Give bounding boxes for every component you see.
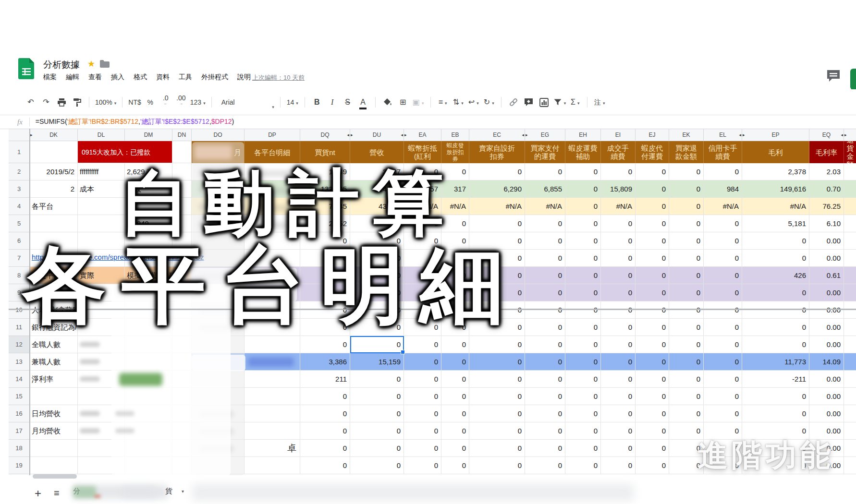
cell-EP-10[interactable]: 0 <box>742 301 809 319</box>
cell-EJ-11[interactable]: 0 <box>636 319 669 336</box>
cell-ER-2[interactable] <box>844 163 856 180</box>
cell-EP-16[interactable]: 0 <box>742 405 809 422</box>
cell-EG-4[interactable]: #N/A <box>525 198 565 215</box>
cell-EL-3[interactable]: 984 <box>704 180 742 198</box>
header-cell-DQ[interactable]: 買貨nt <box>300 141 350 163</box>
cell-EC-17[interactable]: 0 <box>469 422 525 440</box>
sheet-tab-arrow-icon[interactable]: ▾ <box>182 489 184 494</box>
row-header[interactable]: 17 <box>9 422 30 440</box>
cell-EH-2[interactable]: 0 <box>565 163 601 180</box>
row-header[interactable]: 15 <box>9 388 30 405</box>
percent-format-button[interactable]: % <box>144 95 157 109</box>
header-cell-DU[interactable]: 營收 <box>350 141 404 163</box>
cell-EC-13[interactable]: 0 <box>469 353 525 371</box>
cell-EQ-6[interactable]: 0.00 <box>809 232 844 250</box>
menu-item-0[interactable]: 檔案 <box>43 73 57 82</box>
cell-EH-11[interactable]: 0 <box>565 319 601 336</box>
header-cell-ER[interactable]: 退貨金額 <box>844 141 856 163</box>
cell-EQ-15[interactable]: 0.00 <box>809 388 844 405</box>
cell-EH-13[interactable]: 0 <box>565 353 601 371</box>
all-sheets-menu-button[interactable]: ≡ <box>54 488 60 499</box>
bold-button[interactable]: B <box>311 95 323 109</box>
cell-EP-6[interactable]: 0 <box>742 232 809 250</box>
cell-DP-16[interactable] <box>245 405 300 422</box>
cell-EJ-16[interactable]: 0 <box>636 405 669 422</box>
cell-EP-5[interactable]: 5,181 <box>742 215 809 232</box>
menu-item-5[interactable]: 資料 <box>156 73 170 82</box>
active-cell-selection[interactable] <box>350 336 404 353</box>
cell-EH-18[interactable]: 0 <box>565 440 601 457</box>
sheet-tab[interactable]: 分 <box>73 487 80 496</box>
cell-EP-4[interactable]: #N/A <box>742 198 809 215</box>
cell-EH-9[interactable]: 0 <box>565 284 601 301</box>
cell-EC-4[interactable]: #N/A <box>469 198 525 215</box>
cell-EQ-11[interactable]: 0.00 <box>809 319 844 336</box>
font-select[interactable]: Arial▾ <box>218 95 274 109</box>
cell-EI-12[interactable]: 0 <box>601 336 636 353</box>
cell-DU-13[interactable]: 15,159 <box>350 353 404 371</box>
header-cell-EC[interactable]: 賣家自設折扣券 <box>469 141 525 163</box>
cell-DU-15[interactable]: 0 <box>350 388 404 405</box>
cell-DP-19[interactable] <box>245 457 300 474</box>
redo-button[interactable]: ↷ <box>40 95 52 109</box>
cell-EK-6[interactable]: 0 <box>669 232 704 250</box>
cell-EL-14[interactable]: 0 <box>704 371 742 388</box>
cell-EL-10[interactable]: 0 <box>704 301 742 319</box>
cell-EI-5[interactable]: 0 <box>601 215 636 232</box>
cell-EH-14[interactable]: 0 <box>565 371 601 388</box>
add-sheet-button[interactable]: + <box>35 487 41 500</box>
cell-EG-19[interactable]: 0 <box>525 457 565 474</box>
cell-EL-16[interactable]: 0 <box>704 405 742 422</box>
cell-EG-16[interactable]: 0 <box>525 405 565 422</box>
star-icon[interactable]: ★ <box>87 59 95 69</box>
cell-EG-9[interactable]: 0 <box>525 284 565 301</box>
cell-EJ-7[interactable]: 0 <box>636 250 669 267</box>
cell-DP-12[interactable] <box>245 336 300 353</box>
row-header[interactable]: 12 <box>9 336 30 353</box>
cell-EJ-12[interactable]: 0 <box>636 336 669 353</box>
cell-DQ-12[interactable]: 0 <box>300 336 350 353</box>
cell-DQ-16[interactable]: 0 <box>300 405 350 422</box>
row-header[interactable]: 5 <box>9 215 30 232</box>
col-header-EJ[interactable]: EJ <box>636 129 669 141</box>
col-header-DQ[interactable]: DQ◂ <box>300 129 350 141</box>
cell-EK-15[interactable]: 0 <box>669 388 704 405</box>
cell-EH-5[interactable]: 0 <box>565 215 601 232</box>
cell-EL-6[interactable]: 0 <box>704 232 742 250</box>
text-rotation-button[interactable]: ↻▾ <box>483 95 495 109</box>
cell-EP-15[interactable]: 0 <box>742 388 809 405</box>
notes-button[interactable]: 注▾ <box>593 95 606 109</box>
cell-EL-13[interactable]: 0 <box>704 353 742 371</box>
cell-EK-2[interactable]: 0 <box>669 163 704 180</box>
header-cell-EG[interactable]: 買家支付的運費 <box>525 141 565 163</box>
text-wrap-button[interactable]: ↩▾ <box>467 95 480 109</box>
cell-EC-14[interactable]: 0 <box>469 371 525 388</box>
header-cell-EQ[interactable]: 毛利率 <box>809 141 844 163</box>
vertical-align-button[interactable]: ⇅▾ <box>452 95 465 109</box>
cell-DU-18[interactable]: 0 <box>350 440 404 457</box>
cell-EP-14[interactable]: -211 <box>742 371 809 388</box>
header-cell-EA[interactable]: 蝦幣折抵(紅利 <box>404 141 441 163</box>
cell-EJ-2[interactable]: 0 <box>636 163 669 180</box>
cell-EK-4[interactable]: 0 <box>669 198 704 215</box>
cell-EK-16[interactable]: 0 <box>669 405 704 422</box>
col-header-DO[interactable]: DO <box>192 129 245 141</box>
cell-EG-7[interactable]: 0 <box>525 250 565 267</box>
merge-cells-button[interactable]: ▣▾ <box>412 95 425 109</box>
cell-EB-13[interactable]: 0 <box>441 353 469 371</box>
share-button[interactable] <box>850 69 856 90</box>
cell-ER-14[interactable] <box>844 371 856 388</box>
cell-DK-3[interactable]: 2 <box>30 180 78 198</box>
fill-handle[interactable] <box>401 350 405 354</box>
insert-chart-icon[interactable] <box>538 95 550 109</box>
cell-DK-17[interactable]: 月均營收 <box>30 422 78 440</box>
hidden-cols-icon[interactable]: ◂ <box>522 129 524 141</box>
cell-EQ-16[interactable]: 0.00 <box>809 405 844 422</box>
insert-comment-icon[interactable] <box>523 95 535 109</box>
hidden-cols-icon[interactable]: ◂ <box>739 129 741 141</box>
hidden-cols-icon[interactable]: ◂ <box>347 129 349 141</box>
cell-EH-12[interactable]: 0 <box>565 336 601 353</box>
col-header-DU[interactable]: DU▸◂ <box>350 129 404 141</box>
row-header[interactable]: 4 <box>9 198 30 215</box>
col-header-EC[interactable]: EC◂ <box>469 129 525 141</box>
